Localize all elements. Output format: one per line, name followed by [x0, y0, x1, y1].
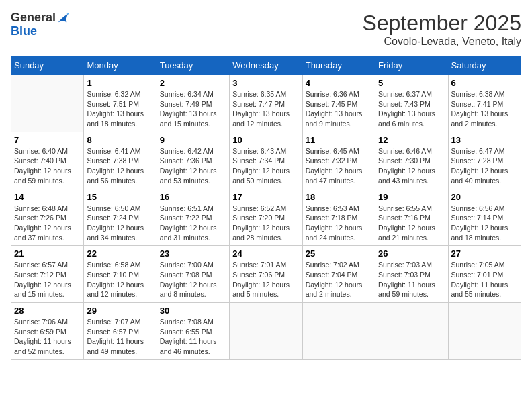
calendar-cell: 7Sunrise: 6:40 AMSunset: 7:40 PMDaylight… [11, 132, 84, 189]
calendar-cell: 20Sunrise: 6:56 AMSunset: 7:14 PMDayligh… [448, 189, 521, 246]
day-number: 20 [451, 192, 518, 202]
calendar-cell: 19Sunrise: 6:55 AMSunset: 7:16 PMDayligh… [375, 189, 448, 246]
calendar-cell: 26Sunrise: 7:03 AMSunset: 7:03 PMDayligh… [375, 246, 448, 303]
cell-info: Sunrise: 6:56 AMSunset: 7:14 PMDaylight:… [451, 203, 518, 243]
day-number: 26 [378, 248, 445, 259]
weekday-header-saturday: Saturday [448, 56, 521, 75]
cell-info: Sunrise: 6:57 AMSunset: 7:12 PMDaylight:… [14, 260, 81, 300]
cell-info: Sunrise: 7:02 AMSunset: 7:04 PMDaylight:… [306, 260, 372, 300]
calendar-cell: 1Sunrise: 6:32 AMSunset: 7:51 PMDaylight… [84, 75, 157, 132]
calendar-cell: 12Sunrise: 6:46 AMSunset: 7:30 PMDayligh… [375, 132, 448, 189]
day-number: 10 [232, 135, 299, 145]
day-number: 11 [306, 135, 372, 145]
calendar-cell [448, 303, 521, 360]
logo-general-text: General [11, 11, 56, 25]
location-title: Covolo-Levada, Veneto, Italy [362, 36, 521, 48]
weekday-header-row: SundayMondayTuesdayWednesdayThursdayFrid… [11, 56, 521, 75]
cell-info: Sunrise: 7:08 AMSunset: 6:55 PMDaylight:… [160, 317, 226, 357]
cell-info: Sunrise: 6:51 AMSunset: 7:22 PMDaylight:… [160, 203, 226, 243]
weekday-header-monday: Monday [84, 56, 157, 75]
day-number: 27 [451, 248, 518, 259]
week-row-3: 14Sunrise: 6:48 AMSunset: 7:26 PMDayligh… [11, 189, 521, 246]
week-row-5: 28Sunrise: 7:06 AMSunset: 6:59 PMDayligh… [11, 303, 521, 360]
cell-info: Sunrise: 6:55 AMSunset: 7:16 PMDaylight:… [378, 203, 445, 243]
calendar-cell [302, 303, 375, 360]
day-number: 18 [306, 192, 372, 202]
cell-info: Sunrise: 6:48 AMSunset: 7:26 PMDaylight:… [14, 203, 81, 243]
day-number: 2 [160, 78, 226, 88]
calendar-cell: 6Sunrise: 6:38 AMSunset: 7:41 PMDaylight… [448, 75, 521, 132]
day-number: 25 [306, 248, 372, 259]
day-number: 4 [306, 78, 372, 88]
calendar-cell: 16Sunrise: 6:51 AMSunset: 7:22 PMDayligh… [157, 189, 229, 246]
month-title: September 2025 [362, 11, 521, 36]
day-number: 1 [87, 78, 153, 88]
cell-info: Sunrise: 6:58 AMSunset: 7:10 PMDaylight:… [87, 260, 153, 300]
calendar-cell: 28Sunrise: 7:06 AMSunset: 6:59 PMDayligh… [11, 303, 84, 360]
day-number: 6 [451, 78, 518, 88]
cell-info: Sunrise: 6:36 AMSunset: 7:45 PMDaylight:… [306, 89, 372, 129]
calendar-cell [375, 303, 448, 360]
calendar-cell: 21Sunrise: 6:57 AMSunset: 7:12 PMDayligh… [11, 246, 84, 303]
weekday-header-sunday: Sunday [11, 56, 84, 75]
day-number: 28 [14, 306, 81, 316]
day-number: 15 [87, 192, 153, 202]
day-number: 13 [451, 135, 518, 145]
cell-info: Sunrise: 7:07 AMSunset: 6:57 PMDaylight:… [87, 317, 153, 357]
day-number: 19 [378, 192, 445, 202]
title-area: September 2025 Covolo-Levada, Veneto, It… [362, 11, 521, 48]
day-number: 8 [87, 135, 153, 145]
calendar-cell: 3Sunrise: 6:35 AMSunset: 7:47 PMDaylight… [230, 75, 302, 132]
calendar-cell: 23Sunrise: 7:00 AMSunset: 7:08 PMDayligh… [157, 246, 229, 303]
week-row-4: 21Sunrise: 6:57 AMSunset: 7:12 PMDayligh… [11, 246, 521, 303]
calendar-cell: 10Sunrise: 6:43 AMSunset: 7:34 PMDayligh… [230, 132, 302, 189]
cell-info: Sunrise: 7:00 AMSunset: 7:08 PMDaylight:… [160, 260, 226, 300]
calendar-cell: 14Sunrise: 6:48 AMSunset: 7:26 PMDayligh… [11, 189, 84, 246]
week-row-1: 1Sunrise: 6:32 AMSunset: 7:51 PMDaylight… [11, 75, 521, 132]
cell-info: Sunrise: 6:43 AMSunset: 7:34 PMDaylight:… [232, 146, 299, 186]
calendar-cell: 5Sunrise: 6:37 AMSunset: 7:43 PMDaylight… [375, 75, 448, 132]
calendar-cell: 4Sunrise: 6:36 AMSunset: 7:45 PMDaylight… [302, 75, 375, 132]
day-number: 22 [87, 248, 153, 259]
cell-info: Sunrise: 6:34 AMSunset: 7:49 PMDaylight:… [160, 89, 226, 129]
calendar-cell: 25Sunrise: 7:02 AMSunset: 7:04 PMDayligh… [302, 246, 375, 303]
calendar-cell: 30Sunrise: 7:08 AMSunset: 6:55 PMDayligh… [157, 303, 229, 360]
calendar-cell: 9Sunrise: 6:42 AMSunset: 7:36 PMDaylight… [157, 132, 229, 189]
day-number: 9 [160, 135, 226, 145]
weekday-header-tuesday: Tuesday [157, 56, 229, 75]
page-header: General Blue September 2025 Covolo-Levad… [11, 11, 521, 48]
calendar-cell: 13Sunrise: 6:47 AMSunset: 7:28 PMDayligh… [448, 132, 521, 189]
day-number: 23 [160, 248, 226, 259]
cell-info: Sunrise: 6:38 AMSunset: 7:41 PMDaylight:… [451, 89, 518, 129]
calendar-cell: 2Sunrise: 6:34 AMSunset: 7:49 PMDaylight… [157, 75, 229, 132]
calendar-cell: 27Sunrise: 7:05 AMSunset: 7:01 PMDayligh… [448, 246, 521, 303]
weekday-header-friday: Friday [375, 56, 448, 75]
calendar-cell: 17Sunrise: 6:52 AMSunset: 7:20 PMDayligh… [230, 189, 302, 246]
logo-blue-text: Blue [11, 25, 69, 38]
cell-info: Sunrise: 7:03 AMSunset: 7:03 PMDaylight:… [378, 260, 445, 300]
calendar-cell [11, 75, 84, 132]
cell-info: Sunrise: 6:35 AMSunset: 7:47 PMDaylight:… [232, 89, 299, 129]
cell-info: Sunrise: 6:42 AMSunset: 7:36 PMDaylight:… [160, 146, 226, 186]
cell-info: Sunrise: 6:46 AMSunset: 7:30 PMDaylight:… [378, 146, 445, 186]
calendar-cell: 24Sunrise: 7:01 AMSunset: 7:06 PMDayligh… [230, 246, 302, 303]
cell-info: Sunrise: 6:52 AMSunset: 7:20 PMDaylight:… [232, 203, 299, 243]
weekday-header-thursday: Thursday [302, 56, 375, 75]
calendar-cell: 18Sunrise: 6:53 AMSunset: 7:18 PMDayligh… [302, 189, 375, 246]
cell-info: Sunrise: 6:40 AMSunset: 7:40 PMDaylight:… [14, 146, 81, 186]
cell-info: Sunrise: 6:32 AMSunset: 7:51 PMDaylight:… [87, 89, 153, 129]
cell-info: Sunrise: 7:06 AMSunset: 6:59 PMDaylight:… [14, 317, 81, 357]
day-number: 21 [14, 248, 81, 259]
day-number: 29 [87, 306, 153, 316]
calendar-cell [230, 303, 302, 360]
weekday-header-wednesday: Wednesday [230, 56, 302, 75]
calendar-table: SundayMondayTuesdayWednesdayThursdayFrid… [11, 56, 521, 360]
day-number: 12 [378, 135, 445, 145]
calendar-cell: 29Sunrise: 7:07 AMSunset: 6:57 PMDayligh… [84, 303, 157, 360]
day-number: 16 [160, 192, 226, 202]
cell-info: Sunrise: 6:50 AMSunset: 7:24 PMDaylight:… [87, 203, 153, 243]
calendar-cell: 15Sunrise: 6:50 AMSunset: 7:24 PMDayligh… [84, 189, 157, 246]
week-row-2: 7Sunrise: 6:40 AMSunset: 7:40 PMDaylight… [11, 132, 521, 189]
calendar-cell: 8Sunrise: 6:41 AMSunset: 7:38 PMDaylight… [84, 132, 157, 189]
day-number: 24 [232, 248, 299, 259]
